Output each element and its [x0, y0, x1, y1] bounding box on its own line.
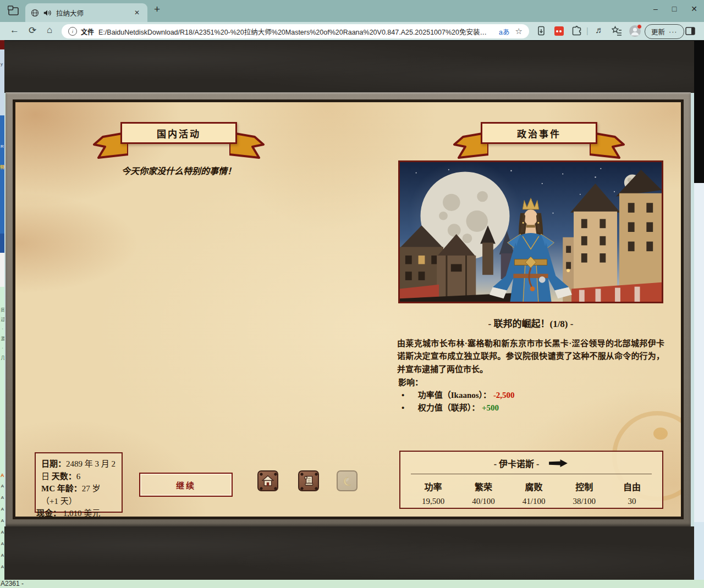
event-title: - 联邦的崛起！(1/8) -	[398, 316, 663, 330]
stat-label: 繁荣	[472, 480, 495, 493]
impact-row: • 权力值（联邦）： +500	[398, 401, 662, 413]
more-menu-icon[interactable]: ···	[669, 28, 678, 36]
stat-power: 功率 19,500	[422, 480, 444, 506]
tab-actions-button[interactable]	[8, 5, 20, 16]
political-banner-label: 政治事件	[481, 122, 597, 144]
minimize-button[interactable]: –	[653, 4, 658, 13]
domestic-message: 今天你家没什么特别的事情！	[46, 164, 311, 177]
cash-value: 1,010 美元	[63, 509, 101, 517]
city-stats-title: - 伊卡诺斯 -	[494, 457, 540, 470]
background-window-left	[0, 253, 4, 287]
background-text: A2361 -	[1, 580, 24, 587]
stat-value: 38/100	[573, 497, 596, 506]
maximize-button[interactable]: □	[672, 4, 676, 13]
browser-tab[interactable]: 拉纳大师 ✕	[25, 3, 147, 22]
url-text: E:/BaiduNetdiskDownload/R18/A2351%20-%20…	[98, 26, 493, 37]
impact-value-positive: +500	[482, 403, 499, 412]
address-bar[interactable]: i 文件 E:/BaiduNetdiskDownload/R18/A2351%2…	[62, 24, 529, 38]
extensions-icon[interactable]	[572, 26, 582, 38]
new-tab-button[interactable]: +	[154, 3, 160, 15]
scroll-icon	[302, 475, 315, 487]
game-chalkboard-top	[4, 40, 694, 93]
background-window-left	[0, 234, 4, 253]
favorite-star-icon[interactable]: ☆	[515, 26, 522, 36]
background-text: y	[1, 62, 3, 66]
stat-value: 19,500	[422, 497, 444, 506]
game-frame: 国内活动 今天你家没什么特别的事情！ 日期：2489 年 3 月 2 日 天数：…	[6, 92, 691, 526]
stat-label: 控制	[573, 480, 596, 493]
journal-button[interactable]	[298, 470, 319, 491]
days-label: 天数：	[52, 472, 76, 481]
window-controls: – □ ✕	[653, 4, 697, 13]
background-text: AAAAAAAA	[0, 484, 4, 576]
impact-label: 功率值（Ikaanos）：	[418, 391, 491, 400]
stat-value: 30	[623, 497, 641, 506]
tab-close-icon[interactable]: ✕	[132, 9, 142, 16]
city-stats-panel: - 伊卡诺斯 - 功率 19,500 繁荣 40/100	[399, 451, 663, 509]
impact-value-negative: -2,500	[493, 391, 515, 400]
screen: 拉纳大师 ✕ + – □ ✕ ← ⟳ ⌂ i 文件 E:/BaiduNetdis…	[0, 0, 704, 588]
profile-avatar[interactable]	[629, 25, 641, 37]
back-button[interactable]: ←	[10, 25, 19, 36]
stat-label: 自由	[623, 480, 641, 493]
update-button[interactable]: 更新 ···	[645, 24, 684, 39]
impact-label: 权力值（联邦）：	[418, 403, 480, 412]
send-to-device-icon[interactable]	[537, 26, 546, 38]
political-banner: 政治事件	[481, 122, 597, 144]
url-scheme-label: 文件	[81, 27, 94, 36]
event-description: 由莱克城市长布林·塞格勒和新东京市市长黑卡·涩谷领导的北部城邦伊卡诺斯决定宣布成…	[397, 337, 664, 376]
background-window-right	[694, 522, 704, 580]
home-shortcut-button[interactable]	[257, 470, 278, 491]
background-window-bottom: A2361 -	[0, 580, 704, 588]
collections-icon[interactable]	[612, 26, 622, 38]
background-text: 特	[0, 164, 4, 170]
next-arrow-icon[interactable]	[548, 459, 569, 468]
background-window-left	[0, 40, 4, 49]
toolbar-separator: |	[586, 26, 588, 35]
background-window-right	[694, 40, 704, 183]
domestic-banner-label: 国内活动	[120, 122, 237, 144]
moon-icon	[341, 475, 353, 487]
background-window-left: y	[0, 49, 4, 115]
impact-row: • 功率值（Ikaanos）： -2,500	[398, 389, 662, 400]
bullet-icon: •	[398, 391, 416, 400]
continue-button[interactable]: 继续	[139, 473, 233, 497]
age-label: MC 年龄：	[41, 484, 82, 493]
refresh-button[interactable]: ⟳	[29, 25, 36, 36]
audio-playing-icon	[43, 9, 52, 17]
info-icon[interactable]: i	[68, 27, 77, 36]
date-label: 日期：	[41, 459, 66, 468]
sleep-button	[337, 470, 358, 491]
bullet-icon: •	[398, 403, 416, 413]
globe-icon	[31, 9, 39, 17]
extension-icon-red[interactable]	[554, 26, 564, 36]
notification-dot	[637, 24, 642, 29]
cash-label: 现金：	[36, 509, 61, 517]
media-control-icon[interactable]: ♬	[595, 25, 604, 35]
stat-freedom: 自由 30	[623, 480, 641, 506]
update-label: 更新	[651, 26, 665, 37]
background-text: A	[1, 473, 4, 478]
stat-value: 41/100	[522, 497, 546, 506]
close-window-button[interactable]: ✕	[691, 4, 697, 13]
domestic-banner: 国内活动	[120, 122, 237, 144]
date-value: 2489	[66, 459, 82, 468]
days-value: 6	[76, 472, 81, 481]
house-icon	[262, 475, 274, 487]
sidebar-toggle-icon[interactable]	[685, 27, 695, 37]
event-image	[398, 160, 663, 303]
background-window-left: 同过·游·几 A AAAAAAAA	[0, 287, 4, 580]
stat-prosperity: 繁荣 40/100	[472, 480, 495, 506]
translate-icon[interactable]: aあ	[499, 26, 509, 37]
event-illustration	[400, 162, 662, 302]
stat-label: 腐败	[522, 480, 546, 493]
stat-label: 功率	[422, 480, 444, 493]
date-box: 日期：2489 年 3 月 2 日 天数：6 MC 年龄：27 岁（+1 天）	[35, 452, 123, 513]
browser-toolbar: ← ⟳ ⌂ i 文件 E:/BaiduNetdiskDownload/R18/A…	[0, 22, 704, 41]
coffee-stain-blob	[653, 428, 668, 440]
cash-line: 现金： 1,010 美元	[36, 507, 100, 517]
tab-actions-icon	[8, 5, 20, 16]
game-chalkboard-bottom	[4, 526, 694, 580]
home-button[interactable]: ⌂	[47, 25, 52, 36]
background-text: R	[1, 144, 4, 149]
